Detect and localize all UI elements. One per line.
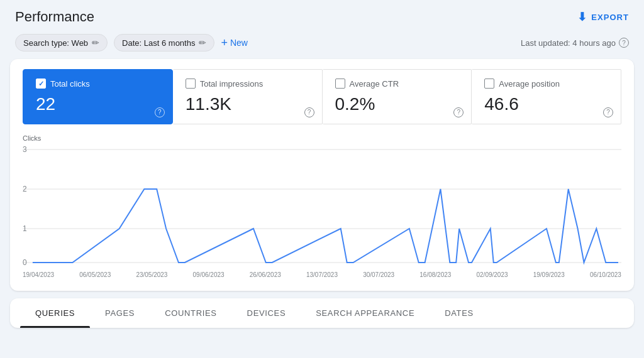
average-position-checkbox[interactable] <box>484 79 494 89</box>
new-filter-button[interactable]: + New <box>221 36 248 50</box>
x-label-4: 26/06/2023 <box>250 271 281 278</box>
metric-total-impressions[interactable]: Total impressions 11.3K ? <box>173 69 323 124</box>
tab-queries[interactable]: QUERIES <box>20 298 90 328</box>
date-filter[interactable]: Date: Last 6 months ✏ <box>114 34 214 52</box>
last-updated-text: Last updated: 4 hours ago ? <box>521 38 629 48</box>
chart-y-label: Clicks <box>23 134 621 142</box>
x-label-9: 19/09/2023 <box>533 271 565 278</box>
page-header: Performance ⬇ EXPORT <box>0 0 644 31</box>
x-label-6: 30/07/2023 <box>363 271 394 278</box>
x-label-10: 06/10/2023 <box>590 271 621 278</box>
tab-dates[interactable]: DATES <box>430 298 489 328</box>
total-impressions-info-icon[interactable]: ? <box>304 107 314 117</box>
x-axis-labels: 19/04/2023 06/05/2023 23/05/2023 09/06/2… <box>23 269 621 278</box>
search-type-filter[interactable]: Search type: Web ✏ <box>15 34 108 52</box>
metric-total-clicks[interactable]: Total clicks 22 ? <box>23 69 173 124</box>
average-position-value: 46.6 <box>484 94 608 115</box>
toolbar-filters: Search type: Web ✏ Date: Last 6 months ✏… <box>15 34 248 52</box>
x-label-8: 02/09/2023 <box>477 271 508 278</box>
metric-average-ctr[interactable]: Average CTR 0.2% ? <box>323 69 472 124</box>
average-position-info-icon[interactable]: ? <box>603 107 613 117</box>
total-clicks-checkbox[interactable] <box>36 79 46 89</box>
main-card: Total clicks 22 ? Total impressions 11.3… <box>10 59 634 291</box>
x-label-1: 06/05/2023 <box>79 271 111 278</box>
average-ctr-value: 0.2% <box>335 94 459 115</box>
last-updated-info-icon[interactable]: ? <box>619 38 629 48</box>
svg-text:0: 0 <box>23 258 27 267</box>
metric-average-position[interactable]: Average position 46.6 ? <box>472 69 621 124</box>
tab-search-appearance[interactable]: SEARCH APPEARANCE <box>301 298 430 328</box>
plus-icon: + <box>221 36 228 50</box>
average-ctr-label: Average CTR <box>350 79 399 89</box>
search-type-edit-icon: ✏ <box>92 38 99 48</box>
page-title: Performance <box>15 9 94 25</box>
total-clicks-label: Total clicks <box>50 79 90 89</box>
average-ctr-info-icon[interactable]: ? <box>453 107 464 117</box>
metrics-row: Total clicks 22 ? Total impressions 11.3… <box>23 69 621 124</box>
total-impressions-checkbox[interactable] <box>186 79 196 89</box>
chart-container: 3 2 1 0 <box>23 143 621 269</box>
export-icon: ⬇ <box>577 10 587 24</box>
export-button[interactable]: ⬇ EXPORT <box>577 10 629 24</box>
total-clicks-info-icon[interactable]: ? <box>155 107 165 117</box>
total-impressions-value: 11.3K <box>186 94 309 115</box>
chart-area: Clicks 3 2 1 0 19/04/2023 06/05/2023 <box>23 134 621 278</box>
x-label-3: 09/06/2023 <box>193 271 225 278</box>
x-label-7: 16/08/2023 <box>419 271 451 278</box>
average-position-label: Average position <box>499 79 560 89</box>
tab-pages[interactable]: PAGES <box>90 298 150 328</box>
tabs-card: QUERIES PAGES COUNTRIES DEVICES SEARCH A… <box>10 298 634 328</box>
average-ctr-checkbox[interactable] <box>335 79 345 89</box>
tab-devices[interactable]: DEVICES <box>232 298 301 328</box>
x-label-5: 13/07/2023 <box>306 271 338 278</box>
tab-countries[interactable]: COUNTRIES <box>150 298 231 328</box>
chart-svg: 3 2 1 0 <box>23 143 621 269</box>
total-impressions-label: Total impressions <box>200 79 263 89</box>
x-label-0: 19/04/2023 <box>23 271 54 278</box>
date-edit-icon: ✏ <box>199 38 206 48</box>
tabs-row: QUERIES PAGES COUNTRIES DEVICES SEARCH A… <box>10 298 634 328</box>
total-clicks-value: 22 <box>36 94 160 115</box>
x-label-2: 23/05/2023 <box>136 271 167 278</box>
svg-text:2: 2 <box>23 185 27 193</box>
svg-text:1: 1 <box>23 224 27 233</box>
toolbar: Search type: Web ✏ Date: Last 6 months ✏… <box>0 31 644 59</box>
svg-text:3: 3 <box>23 145 27 154</box>
